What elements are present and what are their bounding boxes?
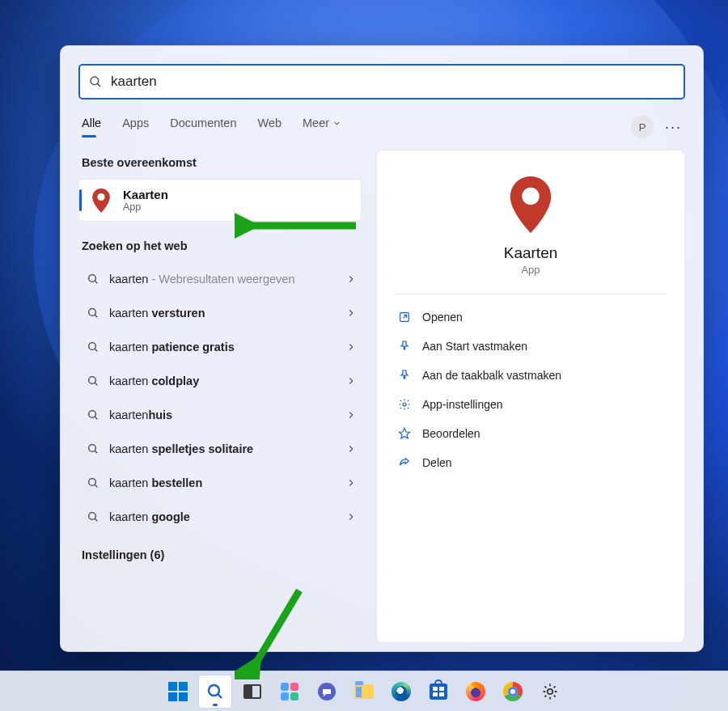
search-icon [87,341,99,353]
action-review-label: Beoordelen [422,427,480,440]
svg-line-26 [218,694,222,698]
tab-web[interactable]: Web [257,116,281,138]
chevron-right-icon [345,477,357,489]
web-result-text: kaarten patience gratis [109,341,345,353]
taskbar-firefox-button[interactable] [459,675,492,708]
tab-meer-label: Meer [303,116,329,129]
file-explorer-icon [354,684,374,699]
gear-icon [540,682,560,701]
chevron-right-icon [345,409,357,421]
tab-documenten[interactable]: Documenten [170,116,236,138]
svg-line-16 [95,485,97,487]
web-result-0[interactable]: kaarten - Webresultaten weergeven [78,262,362,296]
svg-line-1 [97,83,100,87]
pin-icon [398,340,411,353]
search-icon [88,74,103,89]
web-result-1[interactable]: kaarten versturen [78,296,362,330]
taskbar-file-explorer-button[interactable] [348,675,380,708]
store-icon [430,683,447,700]
detail-app-icon [505,176,557,235]
tab-apps[interactable]: Apps [122,116,149,138]
web-result-3[interactable]: kaarten coldplay [78,364,362,398]
svg-point-9 [89,377,96,384]
web-result-text: kaarten versturen [109,307,345,320]
action-pin-taskbar[interactable]: Aan de taakbalk vastmaken [395,361,667,390]
svg-point-21 [403,403,406,406]
action-pin-start[interactable]: Aan Start vastmaken [395,332,667,361]
chevron-right-icon [345,511,357,523]
taskbar-widgets-button[interactable] [273,675,306,708]
filter-tabs: Alle Apps Documenten Web Meer P ··· [78,116,685,138]
svg-line-8 [95,349,97,351]
search-icon [87,476,99,489]
chevron-down-icon [332,119,341,128]
svg-line-14 [95,451,97,453]
action-app-settings[interactable]: App-instellingen [395,390,667,419]
action-review[interactable]: Beoordelen [395,419,667,448]
search-icon [87,442,99,455]
star-icon [398,427,411,440]
taskbar-store-button[interactable] [422,675,455,708]
svg-point-11 [89,411,96,418]
maps-app-icon [89,188,113,213]
search-icon [87,307,99,320]
action-app-settings-label: App-instellingen [422,398,503,411]
web-result-7[interactable]: kaarten google [78,500,362,534]
svg-point-0 [91,77,99,85]
best-match-title: Kaarten [123,188,168,201]
svg-line-18 [95,518,97,521]
taskbar-search-button[interactable] [199,675,231,708]
tab-meer[interactable]: Meer [303,116,341,138]
chevron-right-icon [345,307,357,319]
svg-line-12 [95,417,97,419]
search-panel: Alle Apps Documenten Web Meer P ··· Best… [60,45,704,652]
taskbar-taskview-button[interactable] [236,675,269,708]
svg-point-2 [97,193,104,200]
web-result-4[interactable]: kaartenhuis [78,398,362,432]
svg-point-3 [89,275,96,282]
taskbar-settings-button[interactable] [534,675,566,708]
action-open[interactable]: Openen [395,303,667,332]
taskview-icon [243,684,261,699]
web-result-5[interactable]: kaarten spelletjes solitaire [78,432,362,466]
search-input[interactable] [111,74,675,90]
open-icon [398,311,411,324]
svg-line-24 [254,590,299,667]
web-result-2[interactable]: kaarten patience gratis [78,330,362,364]
divider [395,294,667,294]
svg-marker-22 [399,428,409,438]
best-match-subtitle: App [123,201,168,213]
taskbar-chrome-button[interactable] [497,675,529,708]
more-options-button[interactable]: ··· [665,119,682,136]
web-result-text: kaarten spelletjes solitaire [109,442,345,455]
search-icon [87,375,99,387]
web-results-list: kaarten - Webresultaten weergevenkaarten… [78,262,362,534]
web-result-text: kaarten bestellen [109,476,345,489]
chevron-right-icon [345,443,357,455]
user-avatar[interactable]: P [631,116,654,138]
gear-icon [398,398,411,411]
web-result-text: kaartenhuis [109,408,345,421]
edge-icon [392,682,411,701]
section-settings: Instellingen (6) [82,548,362,561]
svg-line-10 [95,383,97,385]
web-result-6[interactable]: kaarten bestellen [78,466,362,500]
web-result-text: kaarten coldplay [109,375,345,387]
windows-logo-icon [168,682,188,701]
action-pin-taskbar-label: Aan de taakbalk vastmaken [422,369,561,382]
svg-point-5 [89,309,96,316]
share-icon [398,456,411,469]
svg-point-28 [548,688,552,693]
action-pin-start-label: Aan Start vastmaken [422,340,527,353]
svg-line-4 [95,281,97,283]
taskbar-chat-button[interactable] [311,675,343,708]
chevron-right-icon [345,273,357,285]
taskbar-start-button[interactable] [162,675,194,708]
action-share[interactable]: Delen [395,448,667,477]
search-box[interactable] [78,64,685,99]
chrome-icon [503,682,523,701]
svg-point-13 [89,445,96,452]
chevron-right-icon [345,341,357,353]
taskbar-edge-button[interactable] [385,675,417,708]
tab-alle[interactable]: Alle [82,116,101,138]
